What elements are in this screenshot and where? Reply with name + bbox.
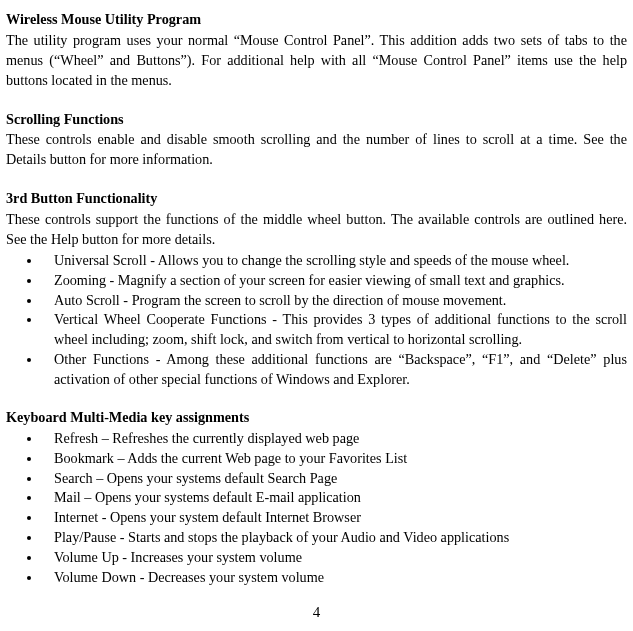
list-item: Refresh – Refreshes the currently displa… — [42, 429, 627, 449]
list-item: Zooming - Magnify a section of your scre… — [42, 271, 627, 291]
section4-heading: Keyboard Multi-Media key assignments — [6, 408, 627, 428]
section4-list: Refresh – Refreshes the currently displa… — [42, 429, 627, 588]
list-item: Volume Down - Decreases your system volu… — [42, 568, 627, 588]
list-item: Mail – Opens your systems default E-mail… — [42, 488, 627, 508]
section1-heading: Wireless Mouse Utility Program — [6, 10, 627, 30]
list-item: Search – Opens your systems default Sear… — [42, 469, 627, 489]
list-item: Internet - Opens your system default Int… — [42, 508, 627, 528]
list-item: Universal Scroll - Allows you to change … — [42, 251, 627, 271]
list-item: Play/Pause - Starts and stops the playba… — [42, 528, 627, 548]
list-item: Volume Up - Increases your system volume — [42, 548, 627, 568]
section1-body: The utility program uses your normal “Mo… — [6, 31, 627, 91]
list-item: Auto Scroll - Program the screen to scro… — [42, 291, 627, 311]
section3-body: These controls support the functions of … — [6, 210, 627, 250]
section2-heading: Scrolling Functions — [6, 110, 627, 130]
section2-body: These controls enable and disable smooth… — [6, 130, 627, 170]
section3-heading: 3rd Button Functionality — [6, 189, 627, 209]
list-item: Vertical Wheel Cooperate Functions - Thi… — [42, 310, 627, 350]
list-item: Bookmark – Adds the current Web page to … — [42, 449, 627, 469]
page-number: 4 — [6, 602, 627, 623]
list-item: Other Functions - Among these additional… — [42, 350, 627, 390]
section3-list: Universal Scroll - Allows you to change … — [42, 251, 627, 390]
